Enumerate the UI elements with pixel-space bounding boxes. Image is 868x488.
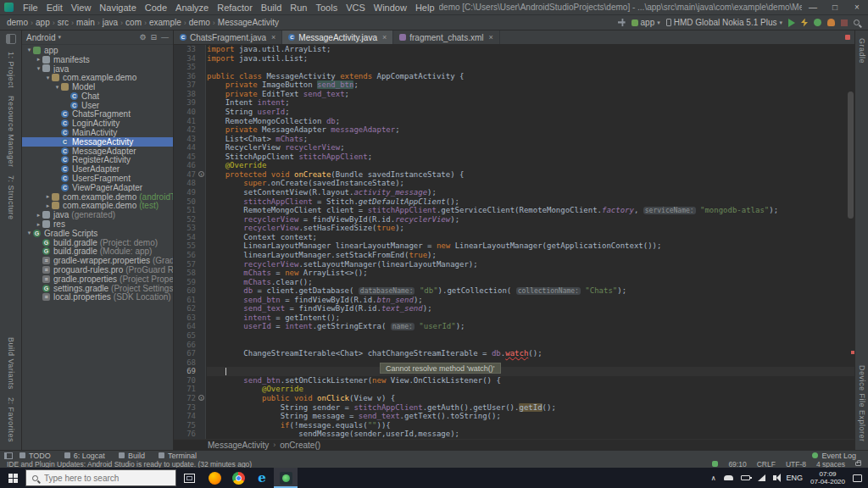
line-number[interactable]: 39 <box>174 98 205 108</box>
run-config-select[interactable]: app ▾ <box>632 18 660 27</box>
line-number[interactable]: 35 <box>174 63 205 72</box>
close-icon[interactable]: × <box>271 33 275 42</box>
line-number[interactable]: 74 <box>174 412 205 421</box>
menu-navigate[interactable]: Navigate <box>95 0 140 15</box>
tool-window-button-gradle[interactable]: Gradle <box>858 38 866 64</box>
tree-item-res[interactable]: ▸res <box>22 219 173 229</box>
editor-tab-messageactivity-java[interactable]: CMessageActivity.java× <box>282 30 393 44</box>
tool-window-button-7-structure[interactable]: 7: Structure <box>7 175 15 220</box>
breadcrumb-item-java[interactable]: java <box>101 18 120 27</box>
tree-item-useradapter[interactable]: CUserAdapter <box>22 164 173 174</box>
device-select[interactable]: HMD Global Nokia 5.1 Plus ▾ <box>666 18 782 27</box>
maximize-button[interactable]: □ <box>824 0 846 15</box>
line-number[interactable]: 56 <box>174 251 205 260</box>
code-line[interactable]: StitchAppClient stitchAppClient; <box>207 152 854 162</box>
line-number[interactable]: 48 <box>174 179 205 188</box>
line-number[interactable]: 62 <box>174 304 205 313</box>
onedrive-icon[interactable] <box>724 475 733 480</box>
tree-item-manifests[interactable]: ▸manifests <box>22 55 173 64</box>
breadcrumb-item-main[interactable]: main <box>75 18 97 27</box>
tree-item-com-example-demo[interactable]: ▸com.example.demo(androidTest) <box>22 192 173 202</box>
line-number[interactable]: 66 <box>174 341 205 350</box>
tree-item-gradle-properties[interactable]: ≡gradle.properties(Project Properties) <box>22 274 173 284</box>
code-line[interactable] <box>207 63 854 72</box>
line-number[interactable]: 47↑ <box>174 170 205 180</box>
menu-run[interactable]: Run <box>286 0 311 15</box>
menu-vcs[interactable]: VCS <box>342 0 370 15</box>
chevron-down-icon[interactable]: ▾ <box>44 75 52 81</box>
code-line[interactable]: if(!message.equals("")){ <box>207 421 854 430</box>
tool-window-button-resource-manager[interactable]: Resource Manager <box>7 96 15 168</box>
code-line[interactable]: stitchAppClient = Stitch.getDefaultAppCl… <box>207 197 854 207</box>
tool-window-switcher-icon[interactable] <box>6 34 16 44</box>
language-indicator[interactable]: ENG <box>787 474 804 482</box>
line-number[interactable]: 41 <box>174 117 205 126</box>
code-line[interactable]: send_btn = findViewById(R.id.btn_send); <box>207 296 854 305</box>
line-number[interactable]: 53 <box>174 224 205 233</box>
tree-item-gradle-scripts[interactable]: ▾GGradle Scripts <box>22 229 173 238</box>
code-line[interactable] <box>207 331 854 341</box>
line-number[interactable]: 63 <box>174 313 205 323</box>
code-line[interactable]: recyclerView.setHasFixedSize(true); <box>207 224 854 233</box>
tree-item-loginactivity[interactable]: CLoginActivity <box>22 119 173 128</box>
search-everywhere-icon[interactable] <box>854 19 860 25</box>
close-icon[interactable]: × <box>488 33 492 42</box>
indent-widget[interactable]: 4 spaces <box>816 460 845 469</box>
code-line[interactable]: ChangeStreamIterable<Chat> chatChangeStr… <box>207 349 854 358</box>
override-gutter-icon[interactable]: ↑ <box>198 171 204 177</box>
event-log-button[interactable]: Event Log <box>812 452 868 460</box>
line-number[interactable]: 36 <box>174 72 205 81</box>
line-number[interactable]: 59 <box>174 278 205 287</box>
tree-item-settings-gradle[interactable]: Gsettings.gradle(Project Settings) <box>22 284 173 293</box>
code-line[interactable] <box>207 358 854 368</box>
volume-icon[interactable] <box>773 475 776 480</box>
breadcrumb-item-src[interactable]: src <box>56 18 70 27</box>
tool-window-button-device-file-explorer[interactable]: Device File Explorer <box>858 365 866 442</box>
line-number[interactable]: 44 <box>174 143 205 152</box>
line-number[interactable]: 65 <box>174 331 205 341</box>
chevron-right-icon[interactable]: ▸ <box>35 56 42 63</box>
minimize-button[interactable]: — <box>802 0 824 15</box>
editor-tab-fragment-chats-xml[interactable]: fragment_chats.xml× <box>393 30 500 44</box>
code-line[interactable]: linearLayoutManager.setStackFromEnd(true… <box>207 251 854 260</box>
line-number[interactable]: 50 <box>174 197 205 207</box>
close-button[interactable]: × <box>846 0 868 15</box>
taskbar-app-android-studio[interactable] <box>274 468 298 488</box>
line-number[interactable]: 52 <box>174 215 205 225</box>
status-message[interactable]: IDE and Plugin Updates: Android Studio i… <box>7 460 252 469</box>
line-number[interactable]: 51 <box>174 206 205 215</box>
code-line[interactable]: super.onCreate(savedInstanceState); <box>207 179 854 188</box>
line-number[interactable]: 43 <box>174 135 205 144</box>
code-line[interactable]: public class MessageActivity extends App… <box>207 72 854 81</box>
menu-build[interactable]: Build <box>257 0 286 15</box>
tree-item-com-example-demo[interactable]: ▾com.example.demo <box>22 73 173 82</box>
code-line[interactable]: import java.util.ArrayList; <box>207 45 854 54</box>
line-number[interactable]: 60 <box>174 286 205 296</box>
code-line[interactable]: db = client.getDatabase( databaseName: "… <box>207 286 854 296</box>
tree-item-build-gradle[interactable]: Gbuild.gradle(Module: app) <box>22 247 173 257</box>
tree-item-java[interactable]: ▾java <box>22 64 173 74</box>
line-number[interactable]: 69 <box>174 367 205 376</box>
line-number[interactable]: 55 <box>174 241 205 251</box>
code-line[interactable]: sendMessage(sender,userId,message); <box>207 430 854 439</box>
line-number[interactable]: 46 <box>174 161 205 170</box>
encoding-widget[interactable]: UTF-8 <box>786 460 806 469</box>
code-line[interactable]: RemoteMongoCollection db; <box>207 117 854 126</box>
tool-window-button-1-project[interactable]: 1: Project <box>7 52 15 88</box>
build-hammer-icon[interactable] <box>618 19 626 26</box>
start-button[interactable] <box>0 468 25 488</box>
debug-button[interactable] <box>814 19 821 26</box>
line-number[interactable]: 38 <box>174 90 205 99</box>
line-number[interactable]: 71 <box>174 385 205 394</box>
tree-item-usersfragment[interactable]: CUsersFragment <box>22 174 173 183</box>
chevron-right-icon[interactable]: ▸ <box>35 212 42 219</box>
hide-panel-icon[interactable]: — <box>161 33 169 42</box>
code-line[interactable]: @Override <box>207 161 854 170</box>
tool-windows-icon[interactable] <box>4 452 13 459</box>
taskbar-app-firefox[interactable] <box>203 468 226 488</box>
tree-item-java[interactable]: ▸java(generated) <box>22 210 173 219</box>
code-line[interactable]: mChats = new ArrayList<>(); <box>207 269 854 278</box>
breadcrumb-class[interactable]: MessageActivity <box>208 441 269 450</box>
line-number[interactable]: 33 <box>174 45 205 54</box>
line-number[interactable]: 73 <box>174 403 205 413</box>
